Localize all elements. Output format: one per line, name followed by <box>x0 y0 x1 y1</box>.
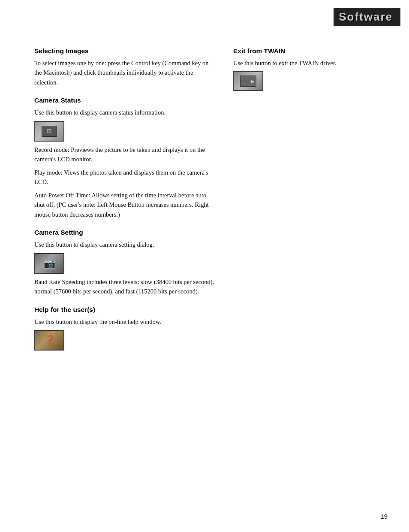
exit-twain-inner-icon <box>240 76 256 87</box>
exit-twain-button-image <box>233 71 263 91</box>
section-help-users: Help for the user(s) Use this button to … <box>34 306 216 351</box>
page-container: Software Selecting Images To select imag… <box>0 0 409 532</box>
help-button-image: ❓ <box>34 330 64 351</box>
header-banner-text: Software <box>339 10 393 24</box>
camera-status-button-image <box>34 121 64 142</box>
camera-status-inner-icon <box>42 126 57 137</box>
help-icon: ❓ <box>44 335 55 346</box>
section-camera-setting: Camera Setting Use this button to displa… <box>34 229 216 296</box>
help-users-title: Help for the user(s) <box>34 306 216 314</box>
exit-twain-body: Use this button to exit the TWAIN driver… <box>233 58 383 68</box>
selecting-images-title: Selecting Images <box>34 47 216 55</box>
help-users-body: Use this button to display the on-line h… <box>34 317 216 326</box>
selecting-images-body: To select images one by one: press the C… <box>34 58 216 87</box>
section-exit-twain: Exit from TWAIN Use this button to exit … <box>233 47 383 91</box>
section-camera-status: Camera Status Use this button to display… <box>34 97 216 219</box>
camera-status-title: Camera Status <box>34 97 216 104</box>
exit-twain-title: Exit from TWAIN <box>233 47 383 55</box>
page-number: 19 <box>380 513 388 520</box>
header-banner: Software <box>334 8 400 26</box>
section-selecting-images: Selecting Images To select images one by… <box>34 47 216 87</box>
camera-setting-button-image: 📷 <box>34 253 64 274</box>
camera-status-body2: Record mode: Previews the picture to be … <box>34 145 216 164</box>
camera-setting-body2: Baud Rate Speeding includes three levels… <box>34 277 216 296</box>
camera-setting-body1: Use this button to display camera settin… <box>34 240 216 249</box>
right-column: Exit from TWAIN Use this button to exit … <box>233 47 383 360</box>
camera-setting-title: Camera Setting <box>34 229 216 236</box>
content-area: Selecting Images To select images one by… <box>0 0 409 360</box>
camera-status-body3: Play mode: Views the photos taken and di… <box>34 168 216 187</box>
camera-status-body4: Auto Power Off Time: Allows setting of t… <box>34 190 216 219</box>
camera-status-body1: Use this button to display camera status… <box>34 108 216 117</box>
camera-setting-icon: 📷 <box>44 258 55 269</box>
left-column: Selecting Images To select images one by… <box>34 47 216 360</box>
